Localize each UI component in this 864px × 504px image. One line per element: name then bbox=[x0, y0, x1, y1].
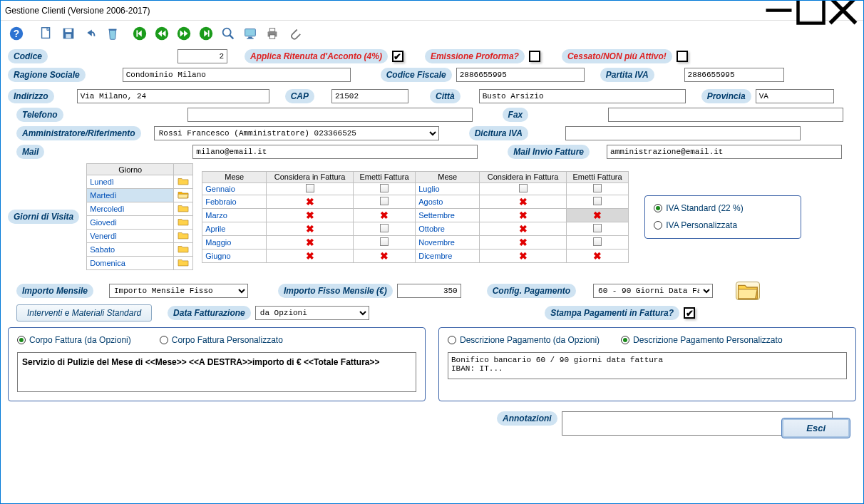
month-considera-cell[interactable]: ✖ bbox=[480, 195, 567, 208]
save-icon[interactable] bbox=[58, 24, 78, 43]
month-row[interactable]: Febbraio bbox=[202, 195, 267, 208]
interventi-button[interactable]: Interventi e Materiali Standard bbox=[16, 304, 152, 322]
next-icon[interactable] bbox=[174, 24, 194, 43]
day-row[interactable]: Giovedì bbox=[87, 216, 174, 230]
dicitura-iva-input[interactable] bbox=[565, 126, 801, 140]
applica-ritenuta-checkbox[interactable]: ✔ bbox=[392, 51, 403, 62]
monitor-icon[interactable] bbox=[240, 24, 260, 43]
corpo-personalizzato-radio[interactable]: Corpo Fattura Personalizzato bbox=[160, 335, 283, 345]
mail-input[interactable] bbox=[192, 145, 478, 159]
partita-iva-input[interactable] bbox=[684, 68, 784, 82]
help-icon[interactable]: ? bbox=[6, 24, 26, 43]
month-emetti-cell[interactable]: ✖ bbox=[353, 208, 415, 222]
codice-input[interactable] bbox=[178, 49, 227, 63]
cap-input[interactable] bbox=[331, 89, 408, 103]
month-row[interactable]: Settembre bbox=[416, 208, 480, 222]
month-considera-cell[interactable]: ✖ bbox=[480, 208, 567, 222]
month-row[interactable]: Gennaio bbox=[202, 182, 267, 195]
day-folder-icon[interactable] bbox=[174, 189, 193, 202]
month-emetti-cell[interactable] bbox=[566, 182, 628, 195]
importo-mensile-select[interactable]: Importo Mensile Fisso bbox=[109, 284, 248, 298]
day-row[interactable]: Mercoledì bbox=[87, 202, 174, 216]
day-row[interactable]: Domenica bbox=[87, 257, 174, 270]
undo-icon[interactable] bbox=[81, 24, 101, 43]
month-considera-cell[interactable]: ✖ bbox=[267, 249, 354, 262]
day-folder-icon[interactable] bbox=[174, 175, 193, 189]
maximize-button[interactable] bbox=[795, 1, 827, 20]
month-emetti-cell[interactable] bbox=[566, 195, 628, 208]
cessato-checkbox[interactable] bbox=[677, 51, 688, 62]
month-row[interactable]: Aprile bbox=[202, 222, 267, 235]
day-folder-icon[interactable] bbox=[174, 216, 193, 230]
last-icon[interactable] bbox=[196, 24, 216, 43]
stampa-pagamenti-checkbox[interactable]: ✔ bbox=[684, 307, 695, 319]
emissione-proforma-checkbox[interactable] bbox=[529, 51, 540, 62]
provincia-input[interactable] bbox=[756, 89, 834, 103]
day-folder-icon[interactable] bbox=[174, 230, 193, 243]
mail-invio-input[interactable] bbox=[607, 145, 842, 159]
month-emetti-cell[interactable]: ✖ bbox=[566, 249, 628, 262]
day-row[interactable]: Martedì bbox=[87, 189, 174, 202]
month-considera-cell[interactable]: ✖ bbox=[480, 249, 567, 262]
descr-pag-da-opzioni-radio[interactable]: Descrizione Pagamento (da Opzioni) bbox=[448, 335, 600, 345]
month-emetti-cell[interactable] bbox=[353, 195, 415, 208]
month-considera-cell[interactable] bbox=[267, 182, 354, 195]
corpo-da-opzioni-radio[interactable]: Corpo Fattura (da Opzioni) bbox=[17, 335, 131, 345]
month-row[interactable]: Agosto bbox=[416, 195, 480, 208]
data-fatturazione-select[interactable]: da Opzioni bbox=[255, 306, 369, 320]
day-row[interactable]: Lunedì bbox=[87, 175, 174, 189]
descr-pag-personalizzato-radio[interactable]: Descrizione Pagamento Personalizzato bbox=[621, 335, 782, 345]
days-table[interactable]: Giorno LunedìMartedìMercoledìGiovedìVene… bbox=[86, 163, 193, 270]
ragione-sociale-input[interactable] bbox=[123, 68, 351, 82]
day-folder-icon[interactable] bbox=[174, 202, 193, 216]
citta-input[interactable] bbox=[479, 89, 686, 103]
day-row[interactable]: Sabato bbox=[87, 243, 174, 257]
search-icon[interactable] bbox=[218, 24, 238, 43]
month-considera-cell[interactable]: ✖ bbox=[480, 222, 567, 235]
month-emetti-cell[interactable] bbox=[353, 235, 415, 249]
month-considera-cell[interactable]: ✖ bbox=[267, 235, 354, 249]
month-considera-cell[interactable]: ✖ bbox=[267, 195, 354, 208]
month-row[interactable]: Luglio bbox=[416, 182, 480, 195]
month-row[interactable]: Maggio bbox=[202, 235, 267, 249]
month-considera-cell[interactable] bbox=[480, 182, 567, 195]
day-folder-icon[interactable] bbox=[174, 243, 193, 257]
descrizione-pagamento-textarea[interactable]: Bonifico bancario 60 / 90 giorni data fa… bbox=[448, 352, 847, 379]
close-button[interactable] bbox=[827, 1, 859, 20]
print-icon[interactable] bbox=[262, 24, 282, 43]
month-emetti-cell[interactable] bbox=[566, 235, 628, 249]
corpo-fattura-textarea[interactable]: Servizio di Pulizie del Mese di <<Mese>>… bbox=[17, 352, 416, 392]
first-icon[interactable] bbox=[130, 24, 150, 43]
month-row[interactable]: Dicembre bbox=[416, 249, 480, 262]
esci-button[interactable]: Esci bbox=[781, 418, 850, 438]
month-emetti-cell[interactable] bbox=[566, 222, 628, 235]
codice-fiscale-input[interactable] bbox=[456, 68, 585, 82]
delete-icon[interactable] bbox=[103, 24, 123, 43]
iva-personalizzata-radio[interactable]: IVA Personalizzata bbox=[654, 220, 737, 230]
fax-input[interactable] bbox=[608, 108, 843, 122]
month-emetti-cell[interactable] bbox=[353, 182, 415, 195]
minimize-button[interactable] bbox=[763, 1, 795, 20]
day-folder-icon[interactable] bbox=[174, 257, 193, 270]
month-considera-cell[interactable]: ✖ bbox=[480, 235, 567, 249]
prev-icon[interactable] bbox=[152, 24, 172, 43]
config-pagamento-select[interactable]: 60 - 90 Giorni Data Fattura bbox=[593, 284, 713, 298]
day-row[interactable]: Venerdì bbox=[87, 230, 174, 243]
attach-icon[interactable] bbox=[284, 24, 304, 43]
month-row[interactable]: Marzo bbox=[202, 208, 267, 222]
month-emetti-cell[interactable]: ✖ bbox=[566, 208, 628, 222]
month-emetti-cell[interactable] bbox=[353, 222, 415, 235]
month-row[interactable]: Novembre bbox=[416, 235, 480, 249]
months-table-right[interactable]: Mese Considera in Fattura Emetti Fattura… bbox=[415, 171, 629, 263]
months-table-left[interactable]: Mese Considera in Fattura Emetti Fattura… bbox=[202, 171, 416, 263]
amministratore-select[interactable]: Rossi Francesco (Amministratore) 0233665… bbox=[154, 126, 439, 140]
month-considera-cell[interactable]: ✖ bbox=[267, 208, 354, 222]
month-row[interactable]: Giugno bbox=[202, 249, 267, 262]
telefono-input[interactable] bbox=[187, 108, 473, 122]
iva-standard-radio[interactable]: IVA Standard (22 %) bbox=[654, 203, 744, 213]
indirizzo-input[interactable] bbox=[77, 89, 269, 103]
importo-fisso-input[interactable] bbox=[397, 284, 461, 298]
month-row[interactable]: Ottobre bbox=[416, 222, 480, 235]
new-icon[interactable] bbox=[36, 24, 56, 43]
month-considera-cell[interactable]: ✖ bbox=[267, 222, 354, 235]
